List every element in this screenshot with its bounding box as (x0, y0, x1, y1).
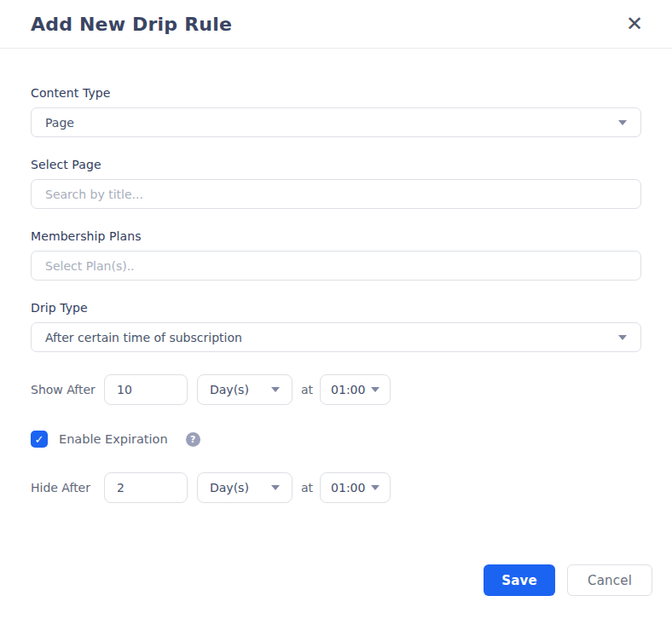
content-type-value: Page (45, 116, 618, 130)
hide-after-at-label: at (301, 481, 313, 495)
modal-footer: Save Cancel (0, 564, 672, 619)
add-drip-rule-modal: Add New Drip Rule ✕ Content Type Page Se… (0, 0, 672, 619)
membership-plans-label: Membership Plans (31, 229, 641, 243)
save-button[interactable]: Save (484, 564, 555, 596)
show-after-unit-value: Day(s) (210, 383, 249, 396)
drip-type-select[interactable]: After certain time of subscription (31, 322, 641, 352)
hide-after-time-select[interactable]: 01:00 (320, 472, 391, 503)
show-after-label: Show After (31, 383, 104, 396)
hide-after-label: Hide After (31, 481, 104, 495)
drip-type-label: Drip Type (31, 301, 641, 315)
hide-after-unit-value: Day(s) (210, 481, 249, 495)
enable-expiration-label: Enable Expiration (59, 432, 168, 446)
drip-type-field-group: Drip Type After certain time of subscrip… (31, 301, 641, 352)
content-type-label: Content Type (31, 86, 641, 100)
chevron-down-icon (618, 120, 627, 125)
chevron-down-icon (371, 485, 379, 490)
content-type-select[interactable]: Page (31, 107, 641, 137)
chevron-down-icon (371, 387, 379, 392)
chevron-down-icon (271, 387, 280, 392)
modal-body: Content Type Page Select Page Membership… (0, 49, 672, 564)
enable-expiration-row: ✓ Enable Expiration ? (31, 431, 641, 448)
cancel-button[interactable]: Cancel (567, 564, 652, 596)
drip-type-value: After certain time of subscription (45, 331, 618, 344)
membership-plans-field-group: Membership Plans (31, 229, 641, 281)
enable-expiration-checkbox[interactable]: ✓ (31, 431, 48, 448)
show-after-unit-select[interactable]: Day(s) (197, 374, 293, 405)
show-after-time-value: 01:00 (331, 383, 365, 396)
show-after-at-label: at (301, 383, 313, 396)
chevron-down-icon (618, 335, 627, 340)
modal-title: Add New Drip Rule (31, 14, 232, 35)
content-type-field-group: Content Type Page (31, 86, 641, 137)
show-after-time-select[interactable]: 01:00 (320, 374, 391, 405)
membership-plans-input[interactable] (31, 251, 641, 281)
select-page-field-group: Select Page (31, 158, 641, 209)
help-icon[interactable]: ? (186, 432, 200, 447)
close-icon[interactable]: ✕ (621, 12, 648, 36)
chevron-down-icon (271, 485, 280, 490)
hide-after-row: Hide After Day(s) at 01:00 (31, 472, 641, 503)
select-page-label: Select Page (31, 158, 641, 171)
modal-header: Add New Drip Rule ✕ (0, 0, 672, 49)
hide-after-unit-select[interactable]: Day(s) (197, 472, 293, 503)
hide-after-value-input[interactable] (104, 472, 188, 503)
show-after-value-input[interactable] (104, 374, 188, 405)
show-after-row: Show After Day(s) at 01:00 (31, 374, 641, 405)
select-page-search-input[interactable] (31, 179, 641, 209)
hide-after-time-value: 01:00 (331, 481, 365, 495)
